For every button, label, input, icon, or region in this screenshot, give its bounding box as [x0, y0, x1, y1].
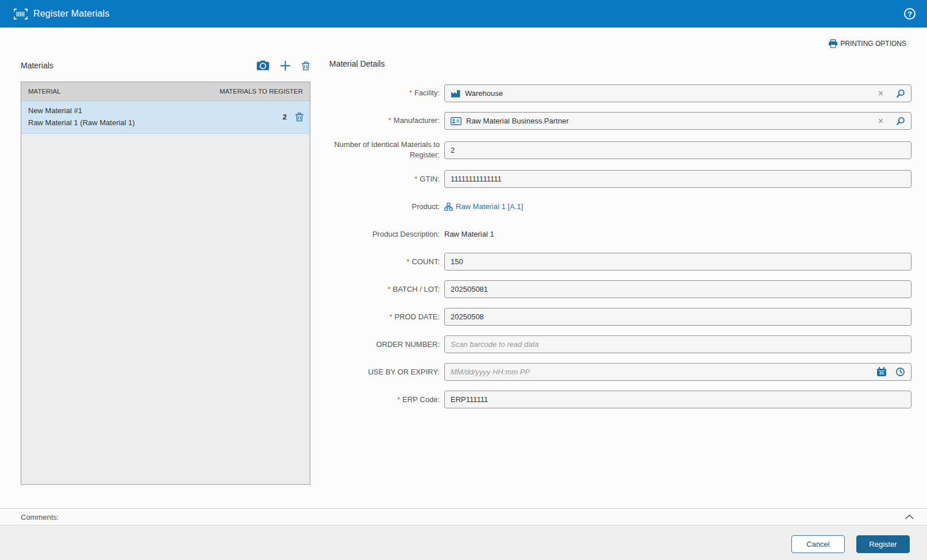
- manufacturer-lookup-field: ×: [444, 112, 911, 130]
- footer-bar: Cancel Register: [0, 526, 927, 560]
- required-marker: *: [397, 395, 400, 404]
- comments-bar: Comments:: [0, 508, 927, 526]
- material-row-actions: 2: [283, 112, 304, 122]
- gtin-input[interactable]: [451, 171, 905, 187]
- use-by-field: 31: [444, 363, 911, 381]
- app-bar: Register Materials ?: [0, 0, 927, 28]
- gtin-field: [444, 170, 911, 188]
- erp-code-input[interactable]: [451, 391, 905, 408]
- gtin-label: *GTIN:: [329, 174, 440, 184]
- facility-icon: [451, 90, 460, 98]
- product-label: Product:: [329, 202, 440, 212]
- facility-label: *Facility:: [329, 88, 440, 98]
- chevron-up-icon[interactable]: [905, 514, 914, 520]
- material-name-line1: New Material #1: [28, 105, 135, 117]
- use-by-label: USE BY OR EXPIRY:: [329, 367, 440, 377]
- batch-lot-input[interactable]: [451, 281, 905, 298]
- printer-icon: [828, 39, 838, 48]
- field-row-batch-lot: *BATCH / LOT:: [329, 280, 911, 298]
- manufacturer-label: *Manufacturer:: [329, 115, 440, 126]
- product-hierarchy-icon: [444, 203, 453, 211]
- erp-code-label: *ERP Code:: [329, 395, 440, 405]
- camera-icon[interactable]: [256, 60, 270, 71]
- materials-list-panel: MATERIAL MATERIALS TO REGISTER New Mater…: [21, 82, 310, 485]
- column-material: MATERIAL: [28, 88, 61, 95]
- batch-lot-label: *BATCH / LOT:: [329, 284, 440, 295]
- required-marker: *: [407, 257, 410, 266]
- field-row-manufacturer: *Manufacturer: ×: [329, 112, 911, 130]
- facility-clear-icon[interactable]: ×: [878, 89, 883, 98]
- batch-lot-field: [444, 280, 911, 298]
- manufacturer-input[interactable]: [466, 113, 874, 129]
- count-field: [444, 253, 911, 271]
- prod-date-input[interactable]: [451, 308, 905, 325]
- count-label: *COUNT:: [329, 257, 440, 267]
- field-row-erp-code: *ERP Code:: [329, 391, 911, 408]
- product-link-text: Raw Material 1 [A.1]: [456, 202, 523, 211]
- order-number-field: [444, 335, 911, 353]
- business-partner-card-icon: [451, 117, 461, 125]
- facility-lookup-field: ×: [444, 84, 911, 102]
- material-details-section: Material Details *Facility: ×: [329, 59, 911, 418]
- required-marker: *: [389, 312, 392, 321]
- facility-input[interactable]: [465, 85, 874, 102]
- product-description-value: Raw Material 1: [444, 230, 494, 238]
- materials-to-register-count: 2: [283, 113, 287, 121]
- help-icon[interactable]: ?: [904, 8, 916, 20]
- order-number-label: ORDER NUMBER:: [329, 339, 440, 350]
- prod-date-field: [444, 308, 911, 326]
- use-by-input[interactable]: [451, 364, 872, 380]
- materials-section: Materials: [21, 57, 310, 485]
- field-row-prod-date: *PROD DATE:: [329, 308, 911, 326]
- product-description-label: Product Description:: [329, 229, 440, 240]
- manufacturer-clear-icon[interactable]: ×: [878, 117, 883, 126]
- field-row-product-description: Product Description: Raw Material 1: [329, 225, 911, 243]
- printing-options-button[interactable]: PRINTING OPTIONS: [828, 39, 906, 48]
- cancel-button[interactable]: Cancel: [791, 535, 845, 553]
- calendar-icon[interactable]: 31: [877, 369, 886, 376]
- materials-toolbar: [256, 60, 310, 71]
- register-button[interactable]: Register: [856, 535, 910, 553]
- facility-search-icon[interactable]: [896, 89, 905, 98]
- material-name-line2: Raw Material 1 (Raw Material 1): [28, 117, 135, 129]
- comments-label: Comments:: [21, 513, 59, 522]
- num-identical-field: [444, 141, 911, 159]
- field-row-count: *COUNT:: [329, 253, 911, 271]
- add-material-icon[interactable]: [280, 60, 291, 71]
- manufacturer-search-icon[interactable]: [896, 117, 905, 126]
- num-identical-label: Number of Identical Materials to Registe…: [329, 140, 440, 160]
- clock-icon[interactable]: [895, 367, 905, 377]
- product-link[interactable]: Raw Material 1 [A.1]: [444, 202, 523, 211]
- num-identical-input[interactable]: [451, 142, 905, 159]
- prod-date-label: *PROD DATE:: [329, 312, 440, 322]
- delete-all-trash-icon[interactable]: [301, 61, 310, 71]
- field-row-use-by: USE BY OR EXPIRY: 31: [329, 363, 911, 381]
- page-title: Register Materials: [33, 9, 110, 19]
- materials-header: Materials: [21, 57, 310, 74]
- material-list-item-selected[interactable]: New Material #1 Raw Material 1 (Raw Mate…: [21, 101, 310, 134]
- count-input[interactable]: [451, 253, 905, 270]
- material-details-title: Material Details: [329, 59, 911, 71]
- field-row-gtin: *GTIN:: [329, 170, 911, 188]
- field-row-order-number: ORDER NUMBER:: [329, 335, 911, 353]
- material-details-form: *Facility: ×: [329, 84, 911, 408]
- material-names: New Material #1 Raw Material 1 (Raw Mate…: [28, 105, 135, 129]
- field-row-facility: *Facility: ×: [329, 84, 911, 102]
- required-marker: *: [414, 175, 417, 183]
- required-marker: *: [389, 116, 391, 125]
- barcode-scan-icon: [14, 9, 28, 20]
- required-marker: *: [388, 285, 391, 293]
- erp-code-field: [444, 391, 911, 408]
- required-marker: *: [409, 88, 412, 97]
- field-row-product: Product: Raw: [329, 198, 911, 215]
- materials-table-header: MATERIAL MATERIALS TO REGISTER: [21, 82, 310, 101]
- field-row-num-identical: Number of Identical Materials to Registe…: [329, 140, 911, 160]
- register-materials-page: Register Materials ? PRINTING OPTIONS Ma…: [0, 0, 927, 560]
- materials-title: Materials: [21, 61, 53, 70]
- column-materials-to-register: MATERIALS TO REGISTER: [220, 88, 303, 95]
- order-number-input[interactable]: [451, 336, 905, 353]
- printing-options-label: PRINTING OPTIONS: [840, 40, 906, 48]
- delete-row-trash-icon[interactable]: [295, 112, 304, 122]
